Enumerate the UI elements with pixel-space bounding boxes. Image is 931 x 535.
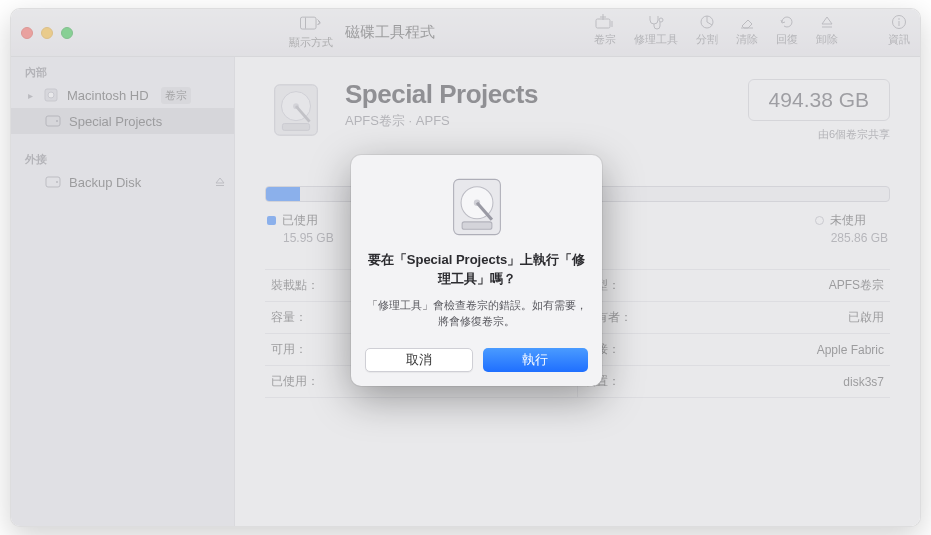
close-window-button[interactable]	[21, 27, 33, 39]
svg-marker-8	[822, 17, 832, 24]
eject-icon[interactable]	[214, 176, 226, 188]
view-mode-label: 顯示方式	[289, 35, 333, 50]
volume-plus-icon	[594, 13, 616, 31]
legend-used-label: 已使用	[282, 212, 318, 229]
info-label: 已使用：	[271, 373, 319, 390]
toolbar-unmount-button[interactable]: 卸除	[816, 13, 838, 47]
legend-free-label: 未使用	[830, 212, 866, 229]
sidebar-icon	[300, 15, 322, 33]
toolbar-erase-button[interactable]: 清除	[736, 13, 758, 47]
capacity-shared-note: 由6個卷宗共享	[748, 127, 890, 142]
toolbar-firstaid-label: 修理工具	[634, 32, 678, 47]
cancel-button[interactable]: 取消	[365, 348, 473, 372]
info-label: 裝載點：	[271, 277, 319, 294]
volume-icon	[45, 113, 61, 129]
legend-free-dot	[815, 216, 824, 225]
legend-used-dot	[267, 216, 276, 225]
stethoscope-icon	[645, 13, 667, 31]
hard-drive-icon	[443, 173, 511, 241]
svg-point-14	[48, 92, 54, 98]
volume-header: Special Projects APFS卷宗 · APFS 494.38 GB…	[265, 79, 890, 142]
sidebar-item-label: Backup Disk	[69, 175, 141, 190]
zoom-window-button[interactable]	[61, 27, 73, 39]
info-value: 已啟用	[848, 309, 884, 326]
eject-icon	[816, 13, 838, 31]
sidebar-section-external: 外接	[11, 144, 234, 169]
dialog-title: 要在「Special Projects」上執行「修理工具」嗎？	[365, 251, 588, 289]
info-value: Apple Fabric	[817, 343, 884, 357]
info-value: APFS卷宗	[829, 277, 884, 294]
window-controls	[21, 27, 73, 39]
disk-icon	[43, 87, 59, 103]
toolbar-partition-label: 分割	[696, 32, 718, 47]
svg-rect-2	[596, 19, 610, 28]
usage-bar-used-segment	[266, 187, 300, 201]
restore-icon	[776, 13, 798, 31]
toolbar-info-button[interactable]: 資訊	[888, 13, 910, 47]
eraser-icon	[736, 13, 758, 31]
toolbar-unmount-label: 卸除	[816, 32, 838, 47]
svg-rect-28	[462, 222, 492, 229]
minimize-window-button[interactable]	[41, 27, 53, 39]
first-aid-confirm-dialog: 要在「Special Projects」上執行「修理工具」嗎？ 「修理工具」會檢…	[351, 155, 602, 386]
svg-point-11	[898, 18, 900, 20]
sidebar-item-backup-disk[interactable]: Backup Disk	[11, 169, 234, 195]
svg-point-16	[56, 120, 58, 122]
info-label: 容量：	[271, 309, 307, 326]
sidebar-item-macintosh-hd[interactable]: ▸ Macintosh HD 卷宗	[11, 82, 234, 108]
app-title: 磁碟工具程式	[345, 23, 435, 42]
volume-icon	[45, 174, 61, 190]
toolbar-restore-label: 回復	[776, 32, 798, 47]
toolbar-volume-label: 卷宗	[594, 32, 616, 47]
toolbar-restore-button[interactable]: 回復	[776, 13, 798, 47]
capacity-box: 494.38 GB	[748, 79, 890, 121]
view-mode-button[interactable]: 顯示方式	[289, 15, 333, 50]
svg-point-5	[659, 18, 663, 22]
sidebar-item-label: Macintosh HD	[67, 88, 149, 103]
disclosure-triangle-icon[interactable]: ▸	[25, 90, 35, 101]
svg-rect-0	[300, 17, 316, 29]
sidebar-item-badge: 卷宗	[161, 87, 191, 104]
sidebar-section-internal: 內部	[11, 57, 234, 82]
info-icon	[888, 13, 910, 31]
disk-utility-window: 顯示方式 磁碟工具程式 卷宗 修理工具 分割	[10, 8, 921, 527]
capacity-value: 494.38 GB	[769, 88, 869, 112]
hard-drive-icon	[265, 79, 327, 141]
volume-name: Special Projects	[345, 79, 730, 110]
legend-used-value: 15.95 GB	[283, 231, 334, 245]
sidebar: 內部 ▸ Macintosh HD 卷宗 Special Projects 外接…	[11, 57, 235, 526]
toolbar-info-label: 資訊	[888, 32, 910, 47]
toolbar-partition-button[interactable]: 分割	[696, 13, 718, 47]
volume-subtype: APFS卷宗 · APFS	[345, 112, 730, 130]
sidebar-item-special-projects[interactable]: Special Projects	[11, 108, 234, 134]
toolbar-firstaid-button[interactable]: 修理工具	[634, 13, 678, 47]
pie-icon	[696, 13, 718, 31]
info-value: disk3s7	[843, 375, 884, 389]
svg-point-18	[56, 181, 58, 183]
toolbar-volume-button[interactable]: 卷宗	[594, 13, 616, 47]
titlebar: 顯示方式 磁碟工具程式 卷宗 修理工具 分割	[11, 9, 920, 57]
svg-rect-24	[282, 124, 309, 131]
info-label: 可用：	[271, 341, 307, 358]
svg-marker-19	[216, 178, 224, 183]
sidebar-item-label: Special Projects	[69, 114, 162, 129]
dialog-body: 「修理工具」會檢查卷宗的錯誤。如有需要，將會修復卷宗。	[365, 297, 588, 330]
toolbar-erase-label: 清除	[736, 32, 758, 47]
run-button[interactable]: 執行	[483, 348, 589, 372]
legend-free-value: 285.86 GB	[831, 231, 888, 245]
